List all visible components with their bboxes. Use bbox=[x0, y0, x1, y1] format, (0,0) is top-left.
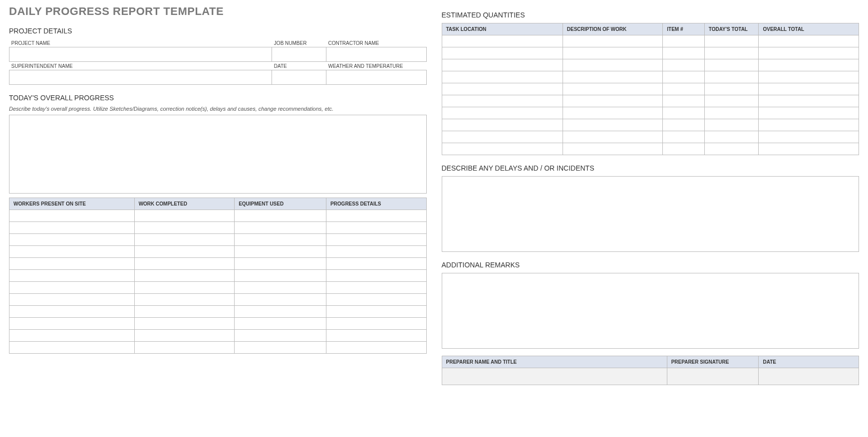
table-cell[interactable] bbox=[235, 342, 326, 354]
table-cell[interactable] bbox=[134, 210, 235, 222]
table-cell[interactable] bbox=[134, 270, 235, 282]
table-cell[interactable] bbox=[9, 294, 135, 306]
table-cell[interactable] bbox=[704, 119, 759, 131]
table-cell[interactable] bbox=[442, 83, 563, 95]
table-cell[interactable] bbox=[326, 258, 426, 270]
table-cell[interactable] bbox=[326, 294, 426, 306]
table-cell[interactable] bbox=[442, 143, 563, 155]
input-superintendent-name[interactable] bbox=[9, 70, 272, 84]
table-cell[interactable] bbox=[759, 83, 859, 95]
table-cell[interactable] bbox=[326, 330, 426, 342]
table-cell[interactable] bbox=[759, 35, 859, 47]
table-cell[interactable] bbox=[663, 119, 705, 131]
table-cell[interactable] bbox=[235, 294, 326, 306]
table-cell[interactable] bbox=[326, 270, 426, 282]
table-cell[interactable] bbox=[9, 246, 135, 258]
table-cell[interactable] bbox=[134, 282, 235, 294]
table-cell[interactable] bbox=[326, 318, 426, 330]
table-cell[interactable] bbox=[563, 119, 663, 131]
table-cell[interactable] bbox=[759, 59, 859, 71]
overall-progress-textarea[interactable] bbox=[9, 115, 427, 194]
table-cell[interactable] bbox=[326, 342, 426, 354]
table-cell[interactable] bbox=[563, 71, 663, 83]
table-cell[interactable] bbox=[442, 47, 563, 59]
table-cell[interactable] bbox=[235, 270, 326, 282]
table-cell[interactable] bbox=[759, 47, 859, 59]
table-cell[interactable] bbox=[134, 234, 235, 246]
table-cell[interactable] bbox=[9, 234, 135, 246]
table-cell[interactable] bbox=[442, 107, 563, 119]
input-project-name[interactable] bbox=[9, 47, 272, 61]
table-cell[interactable] bbox=[759, 95, 859, 107]
table-cell[interactable] bbox=[326, 282, 426, 294]
table-cell[interactable] bbox=[704, 131, 759, 143]
table-cell[interactable] bbox=[235, 318, 326, 330]
input-weather[interactable] bbox=[326, 70, 426, 84]
delays-textarea[interactable] bbox=[442, 176, 860, 252]
table-cell[interactable] bbox=[563, 107, 663, 119]
table-cell[interactable] bbox=[9, 270, 135, 282]
table-cell[interactable] bbox=[235, 306, 326, 318]
table-cell[interactable] bbox=[326, 222, 426, 234]
table-cell[interactable] bbox=[704, 95, 759, 107]
table-cell[interactable] bbox=[134, 222, 235, 234]
cell-preparer-date[interactable] bbox=[759, 368, 859, 385]
cell-preparer-signature[interactable] bbox=[667, 368, 759, 385]
table-cell[interactable] bbox=[235, 282, 326, 294]
table-cell[interactable] bbox=[663, 95, 705, 107]
table-cell[interactable] bbox=[134, 318, 235, 330]
table-cell[interactable] bbox=[134, 330, 235, 342]
table-cell[interactable] bbox=[563, 143, 663, 155]
table-cell[interactable] bbox=[134, 342, 235, 354]
table-cell[interactable] bbox=[663, 71, 705, 83]
table-cell[interactable] bbox=[442, 119, 563, 131]
table-cell[interactable] bbox=[9, 210, 135, 222]
input-contractor-name[interactable] bbox=[326, 47, 426, 61]
table-cell[interactable] bbox=[663, 35, 705, 47]
table-cell[interactable] bbox=[235, 222, 326, 234]
table-cell[interactable] bbox=[235, 258, 326, 270]
table-cell[interactable] bbox=[442, 59, 563, 71]
input-job-number[interactable] bbox=[272, 47, 326, 61]
table-cell[interactable] bbox=[663, 83, 705, 95]
table-cell[interactable] bbox=[704, 71, 759, 83]
table-cell[interactable] bbox=[704, 143, 759, 155]
table-cell[interactable] bbox=[663, 47, 705, 59]
table-cell[interactable] bbox=[704, 35, 759, 47]
table-cell[interactable] bbox=[704, 107, 759, 119]
table-cell[interactable] bbox=[563, 131, 663, 143]
table-cell[interactable] bbox=[235, 210, 326, 222]
table-cell[interactable] bbox=[442, 35, 563, 47]
table-cell[interactable] bbox=[563, 59, 663, 71]
table-cell[interactable] bbox=[759, 71, 859, 83]
table-cell[interactable] bbox=[759, 131, 859, 143]
table-cell[interactable] bbox=[9, 306, 135, 318]
cell-preparer-name[interactable] bbox=[442, 368, 667, 385]
table-cell[interactable] bbox=[563, 95, 663, 107]
table-cell[interactable] bbox=[9, 342, 135, 354]
table-cell[interactable] bbox=[235, 246, 326, 258]
table-cell[interactable] bbox=[326, 246, 426, 258]
table-cell[interactable] bbox=[704, 47, 759, 59]
table-cell[interactable] bbox=[663, 59, 705, 71]
table-cell[interactable] bbox=[704, 83, 759, 95]
table-cell[interactable] bbox=[563, 83, 663, 95]
table-cell[interactable] bbox=[442, 131, 563, 143]
table-cell[interactable] bbox=[326, 306, 426, 318]
table-cell[interactable] bbox=[9, 222, 135, 234]
table-cell[interactable] bbox=[134, 294, 235, 306]
table-cell[interactable] bbox=[326, 234, 426, 246]
table-cell[interactable] bbox=[663, 107, 705, 119]
table-cell[interactable] bbox=[442, 71, 563, 83]
remarks-textarea[interactable] bbox=[442, 273, 860, 349]
table-cell[interactable] bbox=[9, 330, 135, 342]
table-cell[interactable] bbox=[9, 282, 135, 294]
table-cell[interactable] bbox=[563, 47, 663, 59]
table-cell[interactable] bbox=[759, 143, 859, 155]
table-cell[interactable] bbox=[563, 35, 663, 47]
table-cell[interactable] bbox=[663, 131, 705, 143]
table-cell[interactable] bbox=[134, 306, 235, 318]
table-cell[interactable] bbox=[759, 119, 859, 131]
table-cell[interactable] bbox=[9, 258, 135, 270]
table-cell[interactable] bbox=[442, 95, 563, 107]
